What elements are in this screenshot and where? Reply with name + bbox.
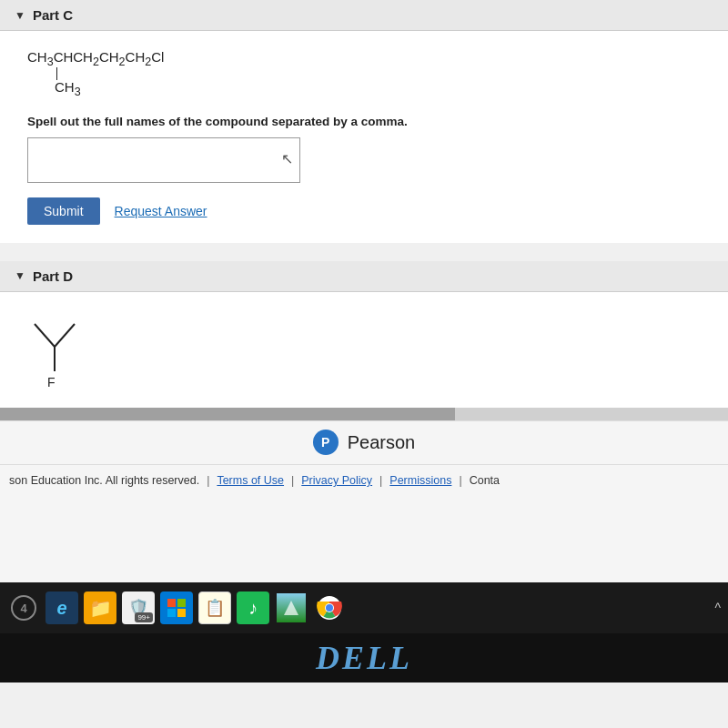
taskbar-icon-notepad[interactable]: 📋 <box>198 592 231 624</box>
taskbar-chevron-icon: ^ <box>714 601 721 615</box>
privacy-policy-link[interactable]: Privacy Policy <box>301 474 372 487</box>
taskbar: 4 e 📁 🛡️ 99+ 📋 ♪ <box>0 582 728 633</box>
svg-point-12 <box>326 604 333 612</box>
y-shape-diagram: F <box>27 315 701 389</box>
taskbar-icon-o4[interactable]: 4 <box>7 592 40 624</box>
svg-rect-5 <box>167 609 176 617</box>
pearson-name: Pearson <box>348 432 416 453</box>
dell-area: DELL <box>0 633 728 682</box>
f-label: F <box>47 375 701 389</box>
horizontal-scrollbar[interactable] <box>0 408 728 420</box>
terms-of-use-link[interactable]: Terms of Use <box>217 474 284 487</box>
part-d-header[interactable]: ▼ Part D <box>0 261 728 292</box>
part-d-body: F <box>0 292 728 408</box>
taskbar-right: ^ <box>714 601 721 615</box>
scroll-thumb[interactable] <box>0 408 455 420</box>
pearson-bar: P Pearson <box>0 420 728 464</box>
part-d-label: Part D <box>33 268 73 284</box>
taskbar-icon-badge[interactable]: 🛡️ 99+ <box>122 592 155 624</box>
sep1: | <box>207 474 209 487</box>
chemical-formula: CH3CHCH2CH2CH2Cl CH3 <box>27 49 701 98</box>
part-c-header[interactable]: ▼ Part C <box>0 0 728 31</box>
spotify-icon: ♪ <box>248 598 258 619</box>
chrome-icon <box>317 595 342 621</box>
taskbar-icon-spotify[interactable]: ♪ <box>237 592 269 624</box>
folder-icon: 📁 <box>89 597 112 619</box>
taskbar-icon-edge[interactable]: e <box>46 592 78 624</box>
part-d-arrow-icon: ▼ <box>15 269 25 282</box>
o4-icon: 4 <box>11 595 36 621</box>
sep2: | <box>291 474 294 487</box>
taskbar-icon-windows-app[interactable] <box>275 592 308 624</box>
taskbar-icon-chrome[interactable] <box>313 592 346 624</box>
taskbar-icon-ms[interactable] <box>160 592 193 624</box>
formula-text: CH3CHCH2CH2CH2Cl <box>27 49 164 69</box>
permissions-link[interactable]: Permissions <box>389 474 451 487</box>
part-c-body: CH3CHCH2CH2CH2Cl CH3 Spell out the full … <box>0 31 728 243</box>
svg-rect-3 <box>167 599 176 607</box>
answer-input[interactable] <box>27 137 300 183</box>
submit-button[interactable]: Submit <box>27 197 100 225</box>
formula-main-line: CH3CHCH2CH2CH2Cl <box>27 49 701 69</box>
section-divider <box>0 243 728 261</box>
svg-rect-4 <box>177 599 186 607</box>
button-row: Submit Request Answer <box>27 197 701 225</box>
request-answer-button[interactable]: Request Answer <box>115 204 207 218</box>
sep3: | <box>379 474 382 487</box>
mountain-icon <box>277 593 306 622</box>
sep4: | <box>459 474 461 487</box>
part-c-arrow-icon: ▼ <box>15 9 25 22</box>
part-c-label: Part C <box>33 7 73 23</box>
taskbar-icon-folder[interactable]: 📁 <box>84 592 116 624</box>
y-shape-svg <box>27 315 82 379</box>
dell-logo: DELL <box>316 639 412 677</box>
copyright-text: son Education Inc. All rights reserved. <box>9 474 199 487</box>
pearson-logo-icon: P <box>313 430 339 455</box>
answer-input-wrapper: ↖ <box>27 137 318 183</box>
svg-rect-6 <box>177 609 186 617</box>
badge-count: 99+ <box>135 612 153 622</box>
svg-line-1 <box>55 324 75 347</box>
svg-line-0 <box>35 324 55 347</box>
contact-text: Conta <box>470 474 500 487</box>
edge-letter-icon: e <box>56 598 66 619</box>
copyright-bar: son Education Inc. All rights reserved. … <box>0 464 728 497</box>
ms-grid-icon <box>167 599 186 617</box>
notepad-icon: 📋 <box>205 598 225 618</box>
instruction-text: Spell out the full names of the compound… <box>27 115 701 128</box>
formula-branch: CH3 <box>55 80 701 98</box>
